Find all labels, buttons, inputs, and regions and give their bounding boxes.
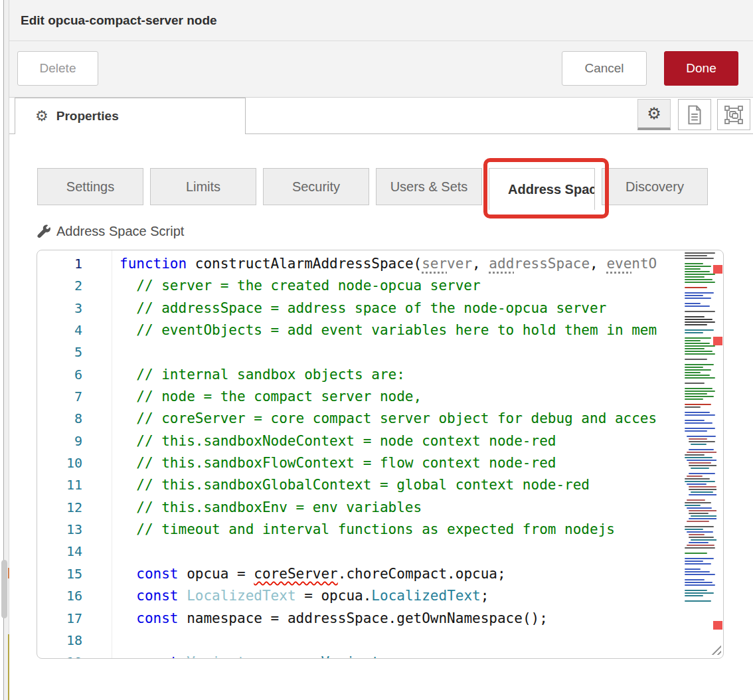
tab-discovery[interactable]: Discovery	[602, 168, 708, 205]
dialog-toolbar: Delete Cancel Done	[9, 41, 753, 98]
code-line: 2 // server = the created node-opcua ser…	[37, 275, 685, 297]
tab-security[interactable]: Security	[263, 168, 369, 205]
line-number: 8	[37, 408, 112, 430]
code-line: 16 const LocalizedText = opcua.Localized…	[37, 585, 685, 607]
line-number: 14	[37, 541, 112, 563]
gear-icon: ⚙	[35, 109, 48, 124]
line-number: 6	[37, 364, 112, 386]
tab-address-space[interactable]: Address Space	[489, 168, 595, 210]
code-line: 15 const opcua = coreServer.choreCompact…	[37, 563, 685, 585]
appearance-icon	[724, 105, 744, 125]
cancel-button[interactable]: Cancel	[562, 51, 647, 86]
properties-icon-button[interactable]: ⚙	[637, 99, 671, 130]
tab-properties[interactable]: ⚙ Properties	[15, 98, 246, 134]
code-line: 13 // timeout and interval functions as …	[37, 519, 685, 541]
line-number: 4	[37, 319, 112, 341]
dialog-content: Settings Limits Security Users & Sets Ad…	[9, 134, 753, 700]
error-marker[interactable]	[713, 265, 722, 274]
appearance-icon-button[interactable]	[717, 99, 750, 130]
code-line: 8 // coreServer = core compact server ob…	[37, 408, 685, 430]
line-number: 10	[37, 452, 112, 474]
tray-edge-strip	[0, 0, 9, 700]
code-line: 4 // eventObjects = add event variables …	[37, 319, 685, 341]
editor-minimap[interactable]	[685, 252, 716, 603]
line-number: 15	[37, 563, 112, 585]
line-number: 13	[37, 519, 112, 541]
code-editor[interactable]: 1function constructAlarmAddressSpace(ser…	[37, 250, 724, 659]
line-number: 17	[37, 608, 112, 630]
line-number: 11	[37, 474, 112, 496]
document-icon	[686, 105, 703, 125]
tab-settings[interactable]: Settings	[37, 168, 143, 205]
code-line: 1function constructAlarmAddressSpace(ser…	[37, 253, 685, 275]
error-marker[interactable]	[713, 337, 722, 345]
code-lines: 1function constructAlarmAddressSpace(ser…	[37, 253, 685, 659]
line-number: 12	[37, 497, 112, 519]
code-line: 18	[37, 630, 685, 652]
error-marker[interactable]	[713, 621, 722, 630]
code-line: 9 // this.sandboxNodeContext = node cont…	[37, 430, 685, 452]
done-button[interactable]: Done	[664, 51, 738, 86]
gear-icon: ⚙	[647, 106, 661, 122]
line-number: 7	[37, 386, 112, 408]
line-number: 16	[37, 585, 112, 607]
code-line: 19 const Variant = opcua.Variant;	[37, 652, 685, 659]
code-line: 7 // node = the compact server node,	[37, 386, 685, 408]
tray-scrollbar-thumb[interactable]	[1, 560, 7, 618]
line-number: 19	[37, 652, 112, 659]
address-space-script-label: Address Space Script	[37, 224, 184, 239]
line-number: 5	[37, 341, 112, 363]
description-icon-button[interactable]	[678, 99, 711, 130]
code-line: 12 // this.sandboxEnv = env variables	[37, 497, 685, 519]
code-line: 3 // addressSpace = address space of the…	[37, 298, 685, 319]
code-line: 14	[37, 541, 685, 563]
line-number: 9	[37, 430, 112, 452]
line-number: 2	[37, 275, 112, 297]
code-line: 5	[37, 341, 685, 363]
line-number: 3	[37, 298, 112, 319]
editor-tabbar: ⚙ Properties ⚙	[9, 98, 753, 134]
tab-users-sets[interactable]: Users & Sets	[376, 168, 482, 205]
delete-button[interactable]: Delete	[17, 51, 98, 86]
code-line: 10 // this.sandboxFlowContext = flow con…	[37, 452, 685, 474]
resize-grip-icon[interactable]	[708, 642, 721, 655]
code-line: 6 // internal sandbox objects are:	[37, 364, 685, 386]
tab-limits[interactable]: Limits	[150, 168, 256, 205]
line-number: 18	[37, 630, 112, 652]
code-line: 11 // this.sandboxGlobalContext = global…	[37, 474, 685, 496]
dialog-title: Edit opcua-compact-server node	[21, 0, 217, 41]
tab-properties-label: Properties	[56, 109, 119, 124]
dialog-header: Edit opcua-compact-server node	[9, 0, 753, 41]
line-number: 1	[37, 253, 112, 275]
code-line: 17 const namespace = addressSpace.getOwn…	[37, 608, 685, 630]
wrench-icon	[37, 224, 51, 239]
edit-node-dialog: Edit opcua-compact-server node Delete Ca…	[9, 0, 753, 700]
